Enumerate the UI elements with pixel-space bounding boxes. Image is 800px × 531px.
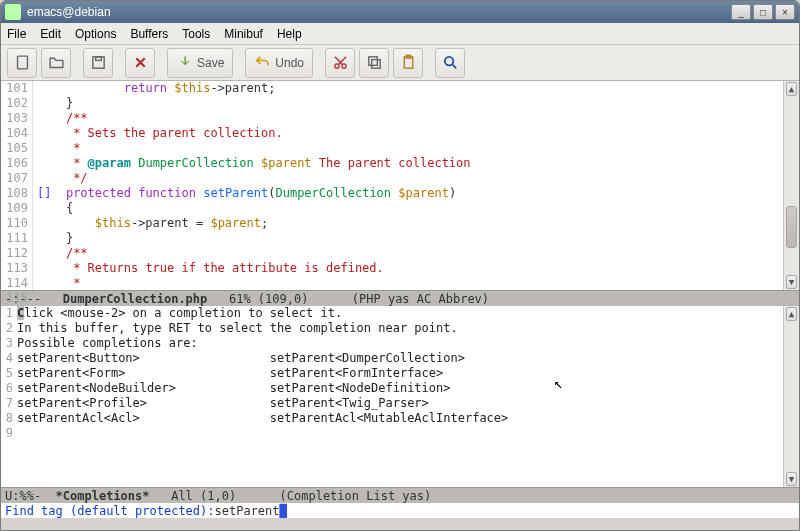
modeline-completions: U:%%- *Completions* All (1,0) (Completio… xyxy=(1,487,799,503)
window-title: emacs@debian xyxy=(27,5,729,19)
svg-rect-6 xyxy=(368,57,377,66)
window-maximize-button[interactable]: □ xyxy=(753,4,773,20)
window-close-button[interactable]: × xyxy=(775,4,795,20)
floppy-icon xyxy=(90,54,107,71)
window-minimize-button[interactable]: _ xyxy=(731,4,751,20)
menu-options[interactable]: Options xyxy=(75,27,116,41)
completions-gutter: 123456789 xyxy=(1,306,15,487)
open-file-button[interactable] xyxy=(41,48,71,78)
menu-help[interactable]: Help xyxy=(277,27,302,41)
editor-pane[interactable]: 1011021031041051061071081091101111121131… xyxy=(1,81,799,290)
app-icon xyxy=(5,4,21,20)
modeline-filename: *Completions* xyxy=(56,489,150,503)
menu-edit[interactable]: Edit xyxy=(40,27,61,41)
svg-rect-5 xyxy=(371,60,380,68)
menu-tools[interactable]: Tools xyxy=(182,27,210,41)
menu-bar: File Edit Options Buffers Tools Minibuf … xyxy=(1,23,799,45)
file-icon xyxy=(14,54,31,71)
completions-content[interactable]: Click <mouse-2> on a completion to selec… xyxy=(15,306,783,487)
minibuffer[interactable]: Find tag (default protected): setParent█ xyxy=(1,503,799,518)
save-button[interactable]: Save xyxy=(167,48,233,78)
x-icon xyxy=(132,54,149,71)
minibuffer-prompt: Find tag (default protected): xyxy=(5,504,215,518)
cut-button[interactable] xyxy=(325,48,355,78)
clipboard-icon xyxy=(400,54,417,71)
new-file-button[interactable] xyxy=(7,48,37,78)
toolbar: Save Undo xyxy=(1,45,799,81)
undo-icon xyxy=(254,54,271,71)
svg-point-9 xyxy=(444,57,453,66)
svg-rect-2 xyxy=(95,57,101,61)
save-label: Save xyxy=(197,56,224,70)
menu-minibuf[interactable]: Minibuf xyxy=(224,27,263,41)
folder-icon xyxy=(48,54,65,71)
close-button[interactable] xyxy=(125,48,155,78)
mouse-cursor-icon: ↖ xyxy=(554,376,563,391)
modeline-filename: DumperCollection.php xyxy=(63,292,208,306)
search-icon xyxy=(442,54,459,71)
window-titlebar: emacs@debian _ □ × xyxy=(1,1,799,23)
modeline-status: U:%%- xyxy=(5,489,56,503)
vertical-scrollbar[interactable]: ▲ ▼ xyxy=(783,81,799,290)
modeline-mode: (Completion List yas) xyxy=(236,489,431,503)
scroll-up-arrow[interactable]: ▲ xyxy=(786,82,797,96)
scissors-icon xyxy=(332,54,349,71)
save-button-icon[interactable] xyxy=(83,48,113,78)
menu-buffers[interactable]: Buffers xyxy=(130,27,168,41)
undo-label: Undo xyxy=(275,56,304,70)
completions-scrollbar[interactable]: ▲ ▼ xyxy=(783,306,799,487)
modeline-editor: -:--- DumperCollection.php 61% (109,0) (… xyxy=(1,290,799,306)
copy-button[interactable] xyxy=(359,48,389,78)
search-button[interactable] xyxy=(435,48,465,78)
scroll-down-arrow[interactable]: ▼ xyxy=(786,472,797,486)
scroll-thumb[interactable] xyxy=(786,206,797,248)
svg-rect-0 xyxy=(17,56,27,69)
scroll-down-arrow[interactable]: ▼ xyxy=(786,275,797,289)
text-caret: █ xyxy=(280,504,287,518)
svg-rect-1 xyxy=(92,57,103,68)
completions-pane[interactable]: 123456789 Click <mouse-2> on a completio… xyxy=(1,306,799,487)
code-content[interactable]: return $this->parent; } /** * Sets the p… xyxy=(33,81,783,290)
modeline-position: 61% (109,0) xyxy=(207,292,308,306)
scroll-up-arrow[interactable]: ▲ xyxy=(786,307,797,321)
modeline-mode: (PHP yas AC Abbrev) xyxy=(308,292,489,306)
save-arrow-icon xyxy=(176,54,193,71)
line-number-gutter: 1011021031041051061071081091101111121131… xyxy=(1,81,33,290)
modeline-position: All (1,0) xyxy=(150,489,237,503)
minibuffer-input[interactable]: setParent xyxy=(215,504,280,518)
undo-button[interactable]: Undo xyxy=(245,48,313,78)
paste-button[interactable] xyxy=(393,48,423,78)
copy-icon xyxy=(366,54,383,71)
menu-file[interactable]: File xyxy=(7,27,26,41)
